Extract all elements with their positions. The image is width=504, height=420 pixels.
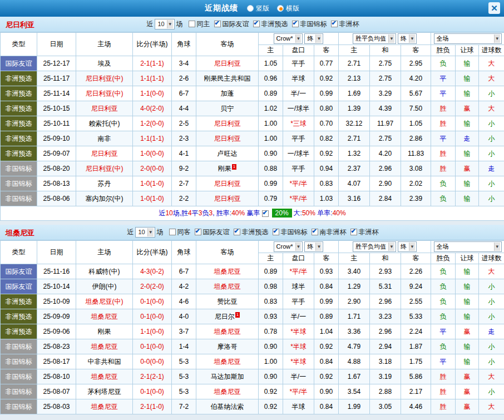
cell-competition: 非国锦标 [1, 176, 37, 191]
checkbox-同客[interactable] [169, 229, 176, 235]
cell-away-team: 伯基纳法索 [196, 399, 259, 414]
odds-company-select[interactable]: Crow* ▼ [274, 33, 303, 44]
cell-away-team: 卢旺达 [196, 146, 259, 161]
cell-result: 平 [431, 354, 456, 369]
cell-score: 1-1(0-0) [133, 324, 172, 339]
cell-handicap: *平/半 [283, 191, 314, 206]
cell-odds-away: 1.03 [314, 191, 339, 206]
layout-radio-横版[interactable]: 横版 [277, 4, 299, 13]
cell-avg-draw: 3.05 [370, 399, 401, 414]
match-count-select[interactable]: 10 ▼ [135, 227, 155, 238]
cell-avg-away: 1.05 [401, 116, 431, 131]
avg-odds-select[interactable]: 胜平负均值 ▼ [353, 33, 396, 44]
summary-text: 场,胜 [173, 209, 188, 217]
cell-result: 平 [431, 131, 456, 146]
radio-label: 竖版 [256, 4, 269, 13]
odds-stage-select[interactable]: 终 ▼ [304, 33, 323, 44]
col-result: 胜负 [431, 45, 456, 56]
odds-stage-select[interactable]: 终 ▼ [304, 241, 323, 252]
match-count-select[interactable]: 10 ▼ [155, 19, 174, 29]
avg-odds-select[interactable]: 胜平负均值 ▼ [353, 241, 396, 252]
cell-home-team: 坦桑尼亚 [76, 339, 133, 354]
cell-goals-result: 小 [479, 146, 504, 161]
cell-score: 0-1(0-0) [133, 339, 172, 354]
cell-corners: 9-2 [172, 161, 196, 176]
close-icon[interactable]: ✕ [488, 2, 500, 14]
layout-radio-group: 竖版横版 [247, 4, 299, 13]
cell-handicap-result: 赢 [456, 399, 479, 414]
cell-score: 1-0(1-0) [133, 176, 172, 191]
cell-competition: 非国锦标 [1, 399, 37, 414]
cell-date: 25-08-23 [37, 339, 76, 354]
cell-competition: 非洲预选 [1, 101, 37, 116]
summary-text: 赢率 [245, 209, 260, 217]
checkbox-非国锦标[interactable] [292, 21, 299, 27]
chevron-down-icon: ▼ [295, 243, 302, 251]
cell-handicap: *半球 [283, 339, 314, 354]
filter-item: 同主 [189, 19, 210, 29]
checkbox-非洲杯[interactable] [331, 21, 338, 27]
cell-home-team: 南非 [76, 131, 133, 146]
odds-header-group: Crow* ▼ 终 ▼ [259, 33, 339, 45]
cell-corners: 2-2 [172, 191, 196, 206]
cell-corners: 3-4 [172, 56, 196, 71]
scope-select[interactable]: 全场 ▼ [434, 241, 502, 252]
cell-date: 25-09-07 [37, 146, 76, 161]
chevron-down-icon: ▼ [388, 243, 394, 251]
near-label: 近 [127, 228, 134, 237]
cell-away-team: 坦桑尼亚 [196, 354, 259, 369]
summary-text: 大: [294, 209, 302, 217]
cell-avg-home: 1.99 [339, 399, 370, 414]
scope-header-group: 全场 ▼ [431, 241, 504, 253]
cell-odds-away: 0.99 [314, 86, 339, 101]
checkbox-非洲杯[interactable] [350, 229, 357, 235]
cell-result: 胜 [431, 146, 456, 161]
cell-avg-away: 1.75 [401, 354, 431, 369]
cell-competition: 非国锦标 [1, 384, 37, 399]
layout-radio-竖版[interactable]: 竖版 [247, 4, 269, 13]
checkbox-南非洲杯[interactable] [312, 229, 318, 235]
avg-odds-value: 胜平负均值 [355, 243, 386, 250]
cell-home-team: 茅利塔尼亚 [76, 384, 133, 399]
radio-label: 横版 [286, 4, 299, 13]
filter-item: 国际友谊 [214, 19, 249, 29]
team-name: 赖索托(中) [89, 120, 120, 127]
cell-avg-away: 2.02 [401, 176, 431, 191]
cell-odds-away: 0.83 [314, 176, 339, 191]
col-type: 类型 [1, 241, 37, 264]
cell-avg-away: 2.55 [401, 294, 431, 309]
team-name: 刚果 [218, 165, 231, 172]
cell-handicap: 半/一 [283, 369, 314, 384]
odds-company-select[interactable]: Crow* ▼ [274, 241, 303, 252]
cell-corners: 4-1 [172, 146, 196, 161]
checkbox-同主[interactable] [189, 21, 195, 27]
match-row: 国际友谊 25-11-16 科威特(中) 4-3(0-2) 6-7 坦桑尼亚 0… [1, 264, 504, 279]
avg-stage-select[interactable]: 终 ▼ [398, 33, 417, 44]
checkbox-非国锦标[interactable] [273, 229, 279, 235]
checkbox-非洲预选[interactable] [234, 229, 240, 235]
avg-stage-select[interactable]: 终 ▼ [398, 241, 417, 252]
checkbox-非洲预选[interactable] [253, 21, 260, 27]
scope-select[interactable]: 全场 ▼ [434, 33, 502, 44]
cell-odds-home: 0.98 [259, 279, 283, 294]
cell-competition: 国际友谊 [1, 264, 37, 279]
cell-competition: 非洲预选 [1, 324, 37, 339]
cell-result: 胜 [431, 369, 456, 384]
rate-checkbox[interactable] [262, 210, 269, 217]
cell-home-team: 尼日利亚 [76, 101, 133, 116]
team-name: 坦桑尼亚 [214, 388, 241, 396]
col-handicap-result: 让球 [456, 253, 479, 264]
cell-result: 负 [431, 279, 456, 294]
cell-goals-result: 小 [479, 279, 504, 294]
team-name: 卢旺达 [218, 150, 238, 157]
match-row: 非洲预选 25-09-09 坦桑尼亚 0-1(0-0) 4-0 尼日尔1 0.9… [1, 309, 504, 324]
cell-avg-home: 3.16 [339, 191, 370, 206]
cell-home-team: 尼日利亚(中) [76, 71, 133, 86]
checkbox-国际友谊[interactable] [214, 21, 221, 27]
cell-result: 平 [431, 71, 456, 86]
col-avg-home: 主 [339, 253, 370, 264]
checkbox-国际友谊[interactable] [195, 229, 201, 235]
cell-result: 负 [431, 176, 456, 191]
match-row: 非国锦标 25-08-20 尼日利亚(中) 2-0(0-0) 9-2 刚果1 0… [1, 161, 504, 176]
cell-avg-home: 1.39 [339, 101, 370, 116]
